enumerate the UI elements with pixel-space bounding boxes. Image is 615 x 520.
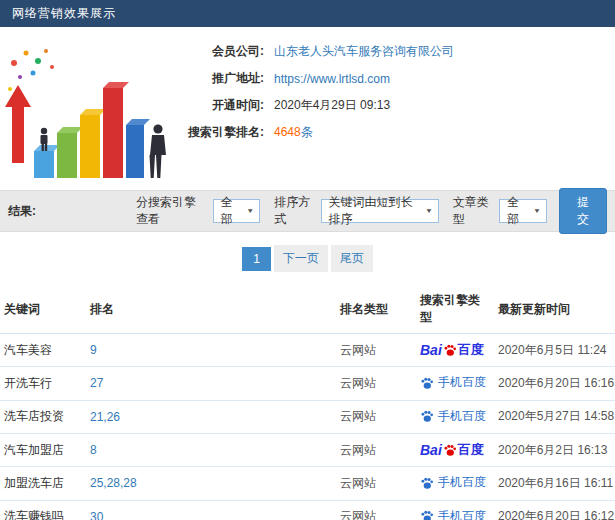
update-time-cell: 2020年5月27日 14:58 <box>494 400 615 434</box>
open-time-value: 2020年4月29日 09:13 <box>274 97 390 114</box>
engine-cell: 手机百度 <box>416 400 494 434</box>
rank-cell: 25,28,28 <box>86 467 336 501</box>
engine-cell: Bai百度 <box>416 334 494 367</box>
header-rank: 排名 <box>86 284 336 334</box>
update-time-cell: 2020年6月5日 11:24 <box>494 334 615 367</box>
header-engine-type: 搜索引擎类型 <box>416 284 494 334</box>
rank-type-cell: 云网站 <box>336 334 416 367</box>
info-panel: 会员公司: 山东老人头汽车服务咨询有限公司 推广地址: https://www.… <box>0 27 615 190</box>
sort-select-value: 关键词由短到长排序 <box>329 194 417 228</box>
baidu-paw-icon <box>443 443 457 457</box>
promo-url-label: 推广地址: <box>172 70 264 87</box>
mobile-baidu-logo: 手机百度 <box>420 508 486 520</box>
engine-cell: 手机百度 <box>416 367 494 401</box>
header-rank-type: 排名类型 <box>336 284 416 334</box>
marketing-chart-illustration <box>0 33 172 189</box>
pagination: 1 下一页 尾页 <box>0 232 615 284</box>
app-header: 网络营销效果展示 <box>0 0 615 27</box>
mobile-baidu-logo: 手机百度 <box>420 374 486 391</box>
sort-filter-label: 排序方式 <box>274 194 314 228</box>
header-keyword: 关键词 <box>0 284 86 334</box>
update-time-cell: 2020年6月2日 16:13 <box>494 434 615 467</box>
rank-type-cell: 云网站 <box>336 434 416 467</box>
baidu-logo: Bai百度 <box>420 341 484 359</box>
keyword-cell: 洗车赚钱吗 <box>0 500 86 520</box>
rank-cell: 8 <box>86 434 336 467</box>
rank-cell: 9 <box>86 334 336 367</box>
mobile-baidu-paw-icon <box>420 376 434 390</box>
table-row: 洗车赚钱吗 30 云网站 手机百度 2020年6月20日 16:12 <box>0 500 615 520</box>
baidu-logo: Bai百度 <box>420 441 484 459</box>
engine-cell: Bai百度 <box>416 434 494 467</box>
page-current[interactable]: 1 <box>242 247 271 271</box>
info-row-rank-count: 搜索引擎排名: 4648条 <box>172 124 615 141</box>
table-row: 汽车加盟店 8 云网站 Bai百度 2020年6月2日 16:13 <box>0 434 615 467</box>
chevron-down-icon: ▼ <box>533 207 541 214</box>
engine-select-value: 全部 <box>221 194 239 228</box>
last-page-link[interactable]: 尾页 <box>331 245 373 272</box>
mobile-baidu-paw-icon <box>420 409 434 423</box>
article-type-select[interactable]: 全部 ▼ <box>499 199 547 223</box>
table-header-row: 关键词 排名 排名类型 搜索引擎类型 最新更新时间 <box>0 284 615 334</box>
rank-cell: 21,26 <box>86 400 336 434</box>
chevron-down-icon: ▼ <box>246 207 254 214</box>
mobile-baidu-logo: 手机百度 <box>420 474 486 491</box>
table-row: 加盟洗车店 25,28,28 云网站 手机百度 2020年6月16日 16:11 <box>0 467 615 501</box>
update-time-cell: 2020年6月20日 16:12 <box>494 500 615 520</box>
sort-select[interactable]: 关键词由短到长排序 ▼ <box>321 199 439 223</box>
keyword-cell: 加盟洗车店 <box>0 467 86 501</box>
company-label: 会员公司: <box>172 43 264 60</box>
update-time-cell: 2020年6月16日 16:11 <box>494 467 615 501</box>
engine-cell: 手机百度 <box>416 500 494 520</box>
update-time-cell: 2020年6月20日 16:16 <box>494 367 615 401</box>
table-row: 开洗车行 27 云网站 手机百度 2020年6月20日 16:16 <box>0 367 615 401</box>
engine-cell: 手机百度 <box>416 467 494 501</box>
header-update-time: 最新更新时间 <box>494 284 615 334</box>
page-title: 网络营销效果展示 <box>12 5 116 22</box>
article-type-label: 文章类型 <box>453 194 493 228</box>
next-page-link[interactable]: 下一页 <box>274 245 328 272</box>
engine-filter-label: 分搜索引擎查看 <box>136 194 207 228</box>
info-row-company: 会员公司: 山东老人头汽车服务咨询有限公司 <box>172 43 615 60</box>
keyword-cell: 汽车美容 <box>0 334 86 367</box>
filter-bar: 结果: 分搜索引擎查看 全部 ▼ 排序方式 关键词由短到长排序 ▼ 文章类型 全… <box>0 190 615 232</box>
table-row: 汽车美容 9 云网站 Bai百度 2020年6月5日 11:24 <box>0 334 615 367</box>
filter-controls: 分搜索引擎查看 全部 ▼ 排序方式 关键词由短到长排序 ▼ 文章类型 全部 ▼ … <box>128 188 607 234</box>
company-link[interactable]: 山东老人头汽车服务咨询有限公司 <box>274 43 454 60</box>
ranking-table: 关键词 排名 排名类型 搜索引擎类型 最新更新时间 汽车美容 9 云网站 Bai… <box>0 284 615 520</box>
rank-cell: 30 <box>86 500 336 520</box>
result-label: 结果: <box>8 203 36 220</box>
open-time-label: 开通时间: <box>172 97 264 114</box>
article-type-value: 全部 <box>507 194 525 228</box>
rank-count-label: 搜索引擎排名: <box>172 124 264 141</box>
rank-count-value: 4648条 <box>274 124 313 141</box>
mobile-baidu-logo: 手机百度 <box>420 408 486 425</box>
rank-cell: 27 <box>86 367 336 401</box>
submit-button[interactable]: 提交 <box>559 188 607 234</box>
info-row-open-time: 开通时间: 2020年4月29日 09:13 <box>172 97 615 114</box>
keyword-cell: 开洗车行 <box>0 367 86 401</box>
table-row: 洗车店投资 21,26 云网站 手机百度 2020年5月27日 14:58 <box>0 400 615 434</box>
mobile-baidu-paw-icon <box>420 509 434 520</box>
baidu-paw-icon <box>443 343 457 357</box>
member-info: 会员公司: 山东老人头汽车服务咨询有限公司 推广地址: https://www.… <box>172 33 615 190</box>
chevron-down-icon: ▼ <box>425 207 433 214</box>
keyword-cell: 洗车店投资 <box>0 400 86 434</box>
keyword-cell: 汽车加盟店 <box>0 434 86 467</box>
info-row-url: 推广地址: https://www.lrtlsd.com <box>172 70 615 87</box>
mobile-baidu-paw-icon <box>420 476 434 490</box>
bar-chart-graphic <box>0 33 172 189</box>
promo-url-link[interactable]: https://www.lrtlsd.com <box>274 72 390 86</box>
engine-select[interactable]: 全部 ▼ <box>213 199 261 223</box>
rank-type-cell: 云网站 <box>336 467 416 501</box>
rank-type-cell: 云网站 <box>336 367 416 401</box>
rank-type-cell: 云网站 <box>336 400 416 434</box>
rank-type-cell: 云网站 <box>336 500 416 520</box>
